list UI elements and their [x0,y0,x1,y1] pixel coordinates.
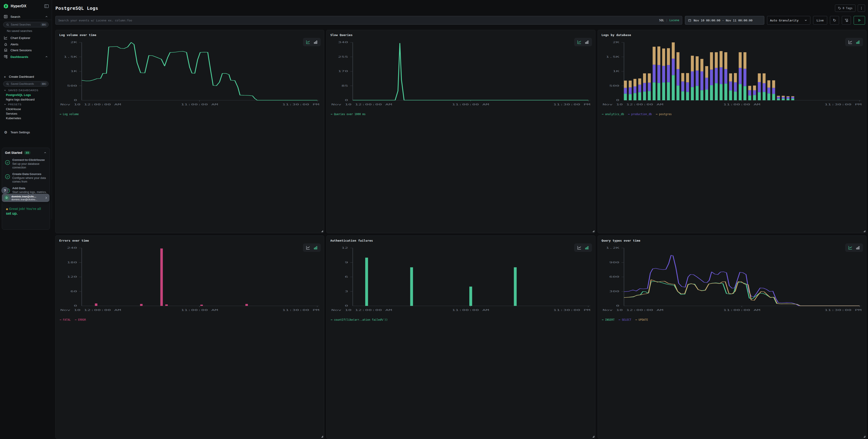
sidebar-item-dashboards[interactable]: Dashboards [0,53,52,60]
search-panel-icon [4,14,8,19]
event-search-input[interactable] [58,19,434,22]
main-content: PostgreSQL Logs 0 Tags SQL | Lucene Nov … [52,0,434,220]
check-circle-icon [5,160,10,165]
user-name: dominic.tran@clic... [11,195,43,198]
section-saved-dashboards[interactable]: SAVED DASHBOARDS [0,88,52,92]
search-icon [6,23,9,26]
sidebar-collapse-icon[interactable] [44,4,49,9]
saved-dashboards-input[interactable]: ⌘K [3,81,49,87]
celebration-icon: ◆ [6,208,8,211]
preset-link-kubernetes[interactable]: Kubernetes [0,116,52,120]
sidebar-item-client-sessions[interactable]: Client Sessions [0,47,52,53]
dashboard-link-postgresql-logs[interactable]: PostgreSQL Logs [0,93,52,97]
chart-panel-log-volume: Log volume over time 05001K1.5K2KNov 10 … [55,30,324,220]
sidebar-item-label: Alerts [10,43,19,46]
chart-explorer-icon [4,36,8,40]
svg-text:255: 255 [338,55,348,58]
sidebar-item-label: Chart Explorer [10,36,30,40]
get-started-item-subtitle: Configure where your data comes from [12,177,47,184]
get-started-item-subtitle: Set up your database connection [12,162,47,169]
svg-text:500: 500 [67,84,77,87]
svg-text:11:30:00 PM: 11:30:00 PM [282,103,319,106]
line-chart-icon[interactable] [306,40,310,44]
plus-icon: + [4,75,7,79]
svg-text:1K: 1K [70,70,77,73]
svg-text:85: 85 [341,84,348,87]
chevron-up-icon [43,151,47,154]
check-circle-icon [5,174,10,179]
sidebar-item-label: Dashboards [10,55,28,59]
gear-icon: ⚙ [4,130,8,134]
sidebar-item-label: Team Settings [10,131,30,134]
get-started-item-title: Connect to ClickHouse [12,158,47,162]
svg-text:170: 170 [338,70,348,73]
chart-legend[interactable]: — Log volume [59,112,320,117]
chevron-up-icon [45,55,48,58]
user-email: dominic.tran@clickho... [11,198,43,201]
chart-panel-slow-queries: Slow Queries 085170255340Nov 10 12:00:00… [327,30,434,220]
get-started-item-title: Create Data Sources [12,172,47,176]
section-presets[interactable]: PRESETS [0,102,52,106]
logo-row: HyperDX [3,3,49,9]
chart-plot-area[interactable]: 05001K1.5K2KNov 10 12:00:00 AM11:00:00 A… [59,39,320,112]
no-saved-searches-note: No saved searches [7,29,32,33]
progress-badge: 3/3 [24,151,31,155]
get-started-title: Get Started [5,151,22,155]
dashboard-grid: Log volume over time 05001K1.5K2KNov 10 … [55,30,434,220]
chart-title: Slow Queries [330,33,352,37]
chevron-down-icon [4,89,6,92]
svg-text:Nov 10 12:00:00 AM: Nov 10 12:00:00 AM [60,103,121,106]
svg-text:Nov 10 12:00:00 AM: Nov 10 12:00:00 AM [332,103,392,106]
svg-text:2K: 2K [70,41,77,44]
saved-searches-field[interactable] [11,23,39,26]
completion-note: ◆ Great job! You're all set up. [5,207,47,216]
svg-text:340: 340 [338,41,348,44]
get-started-item-connect[interactable]: Connect to ClickHouse Set up your databa… [5,158,47,169]
sidebar: HyperDX Search ⌘K No saved searches Char… [0,0,52,220]
hyperdx-logo-icon [3,3,9,9]
chart-legend[interactable]: — Queries over 1000 ms [330,112,434,117]
dashboard-link-nginx-logs[interactable]: Nginx logs dashboard [0,97,52,102]
chevron-down-icon [4,103,6,106]
chevron-up-icon [45,15,48,18]
help-button[interactable]: ? [1,187,8,194]
shortcut-badge: ⌘K [40,82,47,86]
preset-link-services[interactable]: Services [0,111,52,116]
event-search[interactable]: SQL | Lucene [55,16,434,25]
chart-type-toggle [303,38,321,46]
laptop-icon [4,48,8,52]
chart-title: Log volume over time [59,33,96,37]
chevron-right-icon [44,196,48,199]
get-started-item-sources[interactable]: Create Data Sources Configure where your… [5,172,47,184]
svg-text:1.5K: 1.5K [64,55,77,58]
sidebar-item-label: Search [10,15,20,19]
chart-plot-area[interactable]: 085170255340Nov 10 12:00:00 AM11:00:00 A… [330,39,434,112]
dashboards-grid-icon [4,55,8,59]
sidebar-item-team-settings[interactable]: ⚙ Team Settings [0,129,52,135]
legend-item[interactable]: — Log volume [60,113,79,116]
bell-icon [4,42,8,46]
sidebar-item-search[interactable]: Search [0,13,52,20]
search-icon [6,83,9,86]
svg-text:0: 0 [73,99,77,102]
create-dashboard-label: Create Dashboard [9,75,34,79]
section-label: PRESETS [8,103,22,106]
saved-searches-input[interactable]: ⌘K [3,22,49,27]
section-label: SAVED DASHBOARDS [8,89,38,92]
bar-chart-icon[interactable] [313,40,318,44]
shortcut-badge: ⌘K [40,23,47,26]
legend-item[interactable]: — Queries over 1000 ms [331,113,365,116]
avatar: D [4,195,9,201]
toolbar: SQL | Lucene Nov 10 00:00:00 - Nov 11 00… [55,16,434,25]
sidebar-item-label: Client Sessions [10,49,32,52]
user-menu[interactable]: D dominic.tran@clic... dominic.tran@clic… [2,194,50,202]
get-started-item-title: Add Data [12,186,47,190]
saved-dashboards-field[interactable] [11,82,39,86]
svg-text:0: 0 [345,99,348,102]
get-started-header[interactable]: Get Started 3/3 [5,150,47,155]
create-dashboard-button[interactable]: + Create Dashboard [0,74,52,79]
app-title: HyperDX [11,4,42,8]
preset-link-clickhouse[interactable]: ClickHouse [0,107,52,111]
sidebar-item-chart-explorer[interactable]: Chart Explorer [0,35,52,41]
sidebar-item-alerts[interactable]: Alerts [0,41,52,48]
